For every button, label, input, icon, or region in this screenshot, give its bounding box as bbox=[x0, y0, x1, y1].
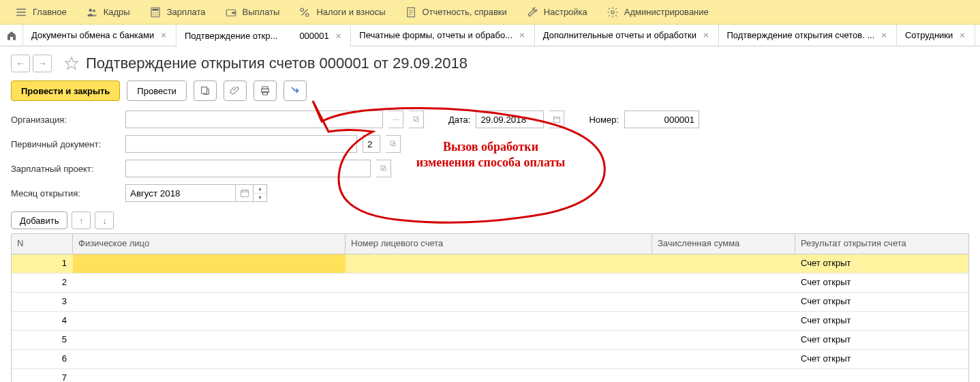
menu-nalogi[interactable]: Налоги и взносы bbox=[290, 2, 393, 23]
svg-rect-29 bbox=[553, 117, 560, 123]
date-picker-icon[interactable] bbox=[549, 111, 564, 128]
post-and-close-button[interactable]: Провести и закрыть bbox=[11, 80, 120, 101]
svg-rect-0 bbox=[16, 8, 26, 10]
primary-doc-aux-input[interactable] bbox=[363, 135, 380, 153]
org-input[interactable] bbox=[125, 111, 383, 128]
menu-admin[interactable]: Администрирование bbox=[598, 2, 717, 23]
svg-rect-24 bbox=[202, 87, 207, 93]
page-title: Подтверждение открытия счетов 000001 от … bbox=[86, 55, 468, 72]
svg-point-15 bbox=[301, 8, 304, 12]
close-icon[interactable]: × bbox=[159, 30, 168, 40]
cell-n: 2 bbox=[12, 274, 73, 292]
payroll-project-input[interactable] bbox=[125, 160, 371, 177]
close-icon[interactable]: × bbox=[702, 30, 710, 40]
primary-doc-input[interactable] bbox=[125, 135, 357, 153]
svg-point-4 bbox=[93, 9, 95, 12]
table-row[interactable]: 6Счет открыт bbox=[12, 350, 968, 369]
cell-n: 4 bbox=[12, 312, 73, 330]
cell-sum bbox=[652, 254, 795, 273]
svg-point-12 bbox=[157, 14, 158, 16]
svg-rect-33 bbox=[241, 190, 248, 196]
favorite-icon[interactable] bbox=[64, 56, 79, 71]
svg-rect-27 bbox=[263, 91, 268, 95]
table-row[interactable]: 7 bbox=[12, 369, 968, 382]
cell-res: Счет открыт bbox=[795, 274, 968, 292]
tab-employees[interactable]: Сотрудники × bbox=[897, 25, 975, 46]
menu-main[interactable]: Главное bbox=[7, 2, 75, 23]
org-open-icon[interactable] bbox=[409, 111, 424, 128]
add-button[interactable]: Добавить bbox=[11, 211, 67, 229]
tab-additional-reports[interactable]: Дополнительные отчеты и обработки × bbox=[535, 25, 719, 46]
content-area: ← → Подтверждение открытия счетов 000001… bbox=[0, 46, 980, 382]
table-row[interactable]: 2Счет открыт bbox=[12, 274, 968, 293]
cell-acc bbox=[346, 312, 652, 330]
move-up-button[interactable]: ↑ bbox=[72, 211, 91, 229]
svg-point-3 bbox=[89, 8, 92, 12]
month-input[interactable] bbox=[125, 184, 236, 202]
table-row[interactable]: 3Счет открыт bbox=[12, 293, 968, 312]
tab-label: Дополнительные отчеты и обработки bbox=[543, 30, 696, 40]
processing-call-button[interactable] bbox=[284, 80, 307, 101]
tab-label: Печатные формы, отчеты и обрабо... bbox=[359, 30, 512, 40]
action-toolbar: Провести и закрыть Провести bbox=[11, 80, 969, 101]
svg-line-17 bbox=[302, 9, 308, 15]
close-icon[interactable]: × bbox=[958, 30, 966, 40]
date-input[interactable] bbox=[476, 111, 544, 128]
col-fiz-header[interactable]: Физическое лицо bbox=[73, 234, 346, 254]
payroll-project-open-icon[interactable] bbox=[376, 160, 391, 177]
bars-icon bbox=[15, 6, 27, 18]
tab-confirmation[interactable]: Подтверждение откр... 000001 × bbox=[177, 25, 351, 46]
tab-documents-exchange[interactable]: Документы обмена с банками × bbox=[23, 25, 177, 46]
cell-acc bbox=[346, 331, 652, 349]
col-sum-header[interactable]: Зачисленная сумма bbox=[652, 234, 795, 254]
wrench-icon bbox=[526, 6, 538, 18]
register-button[interactable] bbox=[194, 80, 217, 101]
tab-bar: Документы обмена с банками × Подтвержден… bbox=[0, 25, 980, 46]
table-row[interactable]: 4Счет открыт bbox=[12, 312, 968, 331]
org-select-icon[interactable]: ⋯ bbox=[388, 111, 403, 128]
svg-rect-1 bbox=[16, 12, 26, 13]
attach-button[interactable] bbox=[224, 80, 247, 101]
cell-res: Счет открыт bbox=[795, 293, 968, 311]
percent-icon bbox=[298, 6, 311, 18]
nav-back-button[interactable]: ← bbox=[11, 55, 30, 72]
tab-print-forms[interactable]: Печатные формы, отчеты и обрабо... × bbox=[351, 25, 534, 46]
print-button[interactable] bbox=[254, 80, 277, 101]
cell-res: Счет открыт bbox=[795, 331, 968, 349]
tab-confirmation-2[interactable]: Подтверждение открытия счетов. ... × bbox=[719, 25, 897, 46]
cell-acc bbox=[346, 350, 652, 368]
col-n-header[interactable]: N bbox=[12, 234, 73, 254]
table-row[interactable]: 5Счет открыт bbox=[12, 331, 968, 350]
menu-label: Администрирование bbox=[624, 7, 709, 17]
col-acc-header[interactable]: Номер лицевого счета bbox=[346, 234, 652, 254]
cell-fiz bbox=[73, 369, 346, 382]
menu-kadry[interactable]: Кадры bbox=[78, 2, 138, 23]
table-row[interactable]: 1Счет открыт bbox=[12, 254, 968, 274]
calendar-icon[interactable] bbox=[236, 184, 254, 202]
cell-sum bbox=[652, 274, 795, 292]
home-tab[interactable] bbox=[0, 25, 23, 46]
month-spinner[interactable]: ▲▼ bbox=[254, 184, 267, 202]
menu-settings[interactable]: Настройка bbox=[518, 2, 596, 23]
close-icon[interactable]: × bbox=[518, 30, 526, 40]
primary-doc-open-icon[interactable] bbox=[386, 135, 401, 153]
svg-point-8 bbox=[155, 12, 156, 14]
cell-res: Счет открыт bbox=[795, 312, 968, 330]
close-icon[interactable]: × bbox=[335, 31, 343, 41]
number-input[interactable] bbox=[624, 111, 699, 128]
cell-fiz bbox=[73, 350, 346, 368]
spin-down-icon[interactable]: ▼ bbox=[254, 194, 266, 202]
tab-number: 000001 bbox=[299, 31, 328, 41]
svg-rect-14 bbox=[232, 12, 235, 14]
menu-vyplaty[interactable]: Выплаты bbox=[217, 2, 288, 23]
menu-report[interactable]: Отчетность, справки bbox=[397, 2, 515, 23]
nav-forward-button[interactable]: → bbox=[33, 55, 52, 72]
org-label: Организация: bbox=[11, 115, 120, 125]
menu-zarplata[interactable]: Зарплата bbox=[141, 2, 214, 23]
col-res-header[interactable]: Результат открытия счета bbox=[795, 234, 968, 254]
cell-acc bbox=[346, 369, 652, 382]
close-icon[interactable]: × bbox=[880, 30, 888, 40]
spin-up-icon[interactable]: ▲ bbox=[254, 185, 266, 194]
move-down-button[interactable]: ↓ bbox=[95, 211, 114, 229]
post-button[interactable]: Провести bbox=[127, 80, 187, 101]
